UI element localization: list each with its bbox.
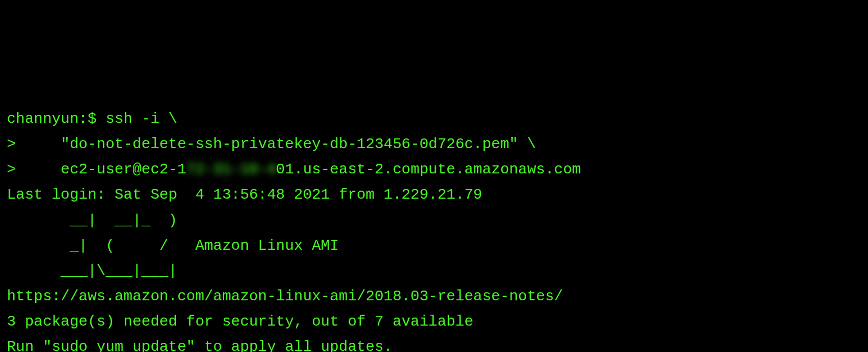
security-packages-line: 3 package(s) needed for security, out of…	[7, 309, 861, 334]
release-notes-url: https://aws.amazon.com/amazon-linux-ami/…	[7, 284, 861, 309]
redacted-ip-segment: 72-31-10-4	[186, 157, 276, 182]
continuation-prompt: >	[7, 136, 61, 153]
ssh-key-file: "do-not-delete-ssh-privatekey-db-123456-…	[61, 136, 536, 153]
last-login-line: Last login: Sat Sep 4 13:56:48 2021 from…	[7, 182, 861, 207]
ascii-art-line-1: __| __|_ )	[7, 208, 861, 233]
continuation-prompt: >	[7, 161, 61, 178]
ssh-command-line-2: > "do-not-delete-ssh-privatekey-db-12345…	[7, 131, 861, 157]
ssh-host-pre: ec2-user@ec2-1	[61, 161, 186, 178]
ssh-command-line-3: > ec2-user@ec2-172-31-10-401.us-east-2.c…	[7, 157, 861, 182]
ssh-host-post: 01.us-east-2.compute.amazonaws.com	[276, 161, 581, 178]
ssh-command-line-1: channyun:$ ssh -i \	[7, 106, 861, 131]
ascii-art-line-2: _| ( / Amazon Linux AMI	[7, 233, 861, 258]
shell-prompt: channyun:$	[7, 110, 106, 127]
terminal-output[interactable]: channyun:$ ssh -i \> "do-not-delete-ssh-…	[7, 106, 861, 352]
update-instruction-line: Run "sudo yum update" to apply all updat…	[7, 334, 861, 352]
ssh-command-part-1: ssh -i \	[106, 110, 178, 127]
ascii-art-line-3: ___|\___|___|	[7, 258, 861, 284]
